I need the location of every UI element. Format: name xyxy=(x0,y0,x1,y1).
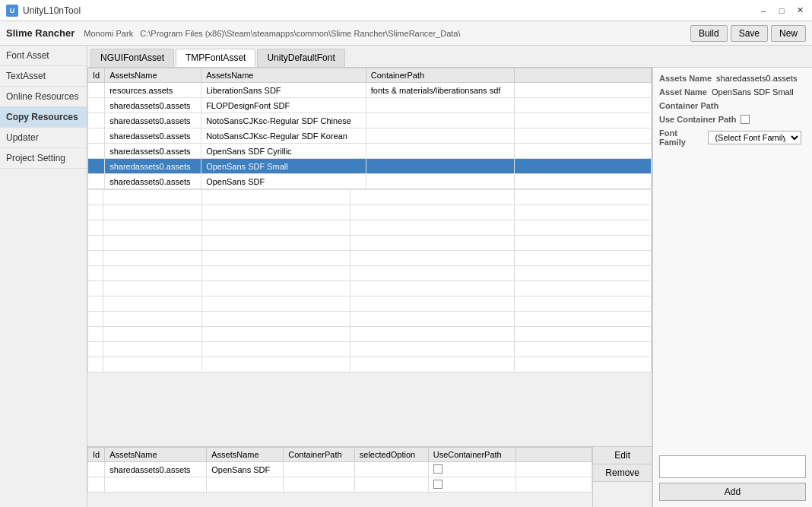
bt-checkbox[interactable] xyxy=(433,464,442,474)
tab-unitydefaultfont[interactable]: UnityDefaultFont xyxy=(257,49,344,67)
use-container-path-label: Use Container Path xyxy=(659,115,736,124)
asset-name-row: Asset Name OpenSans SDF Small xyxy=(659,87,806,97)
table-row[interactable]: sharedassets0.assets NotoSansCJKsc-Regul… xyxy=(88,113,652,128)
row-assets-name: sharedassets0.assets xyxy=(105,174,201,189)
tab-nguifontasset[interactable]: NGUIFontAsset xyxy=(90,49,174,67)
bt-row-container-path xyxy=(284,462,355,477)
bt-row-extra xyxy=(516,462,592,477)
row-container-path xyxy=(366,113,514,128)
sidebar: Font Asset TextAsset Online Resources Co… xyxy=(0,46,87,507)
btcol-selected-option: selectedOption xyxy=(354,448,428,462)
row-extra xyxy=(515,144,652,159)
container-path-row: Container Path xyxy=(659,101,806,110)
row-container-path xyxy=(366,159,514,174)
assets-name-value: sharedassets0.assets xyxy=(716,74,797,83)
build-button[interactable]: Build xyxy=(690,25,728,42)
row-extra xyxy=(515,113,652,128)
table-row[interactable]: sharedassets0.assets OpenSans SDF Cyrill… xyxy=(88,144,652,159)
row-id xyxy=(88,98,105,113)
row-container-path xyxy=(366,174,514,189)
sidebar-item-online-resources[interactable]: Online Resources xyxy=(0,87,87,107)
empty-rows-table xyxy=(87,189,652,372)
row-assets-name: sharedassets0.assets xyxy=(105,144,201,159)
empty-row xyxy=(88,205,652,220)
add-button[interactable]: Add xyxy=(659,483,806,501)
sidebar-item-updater[interactable]: Updater xyxy=(0,128,87,148)
remove-button[interactable]: Remove xyxy=(593,464,652,482)
maximize-button[interactable]: □ xyxy=(776,5,788,17)
col-id: Id xyxy=(88,68,105,83)
bt-row-assets-name: sharedassets0.assets xyxy=(105,462,207,477)
main-table: Id AssetsName AssetsName ContainerPath r… xyxy=(87,68,652,189)
assets-name-row: Assets Name sharedassets0.assets xyxy=(659,74,806,83)
bt-row-id xyxy=(88,462,105,477)
empty-row xyxy=(88,220,652,236)
table-row[interactable]: sharedassets0.assets NotoSansCJKsc-Regul… xyxy=(88,128,652,144)
right-panel-text-input[interactable] xyxy=(659,455,806,478)
table-container: Id AssetsName AssetsName ContainerPath r… xyxy=(87,68,812,507)
col-assets-name-1: AssetsName xyxy=(105,68,201,83)
row-id xyxy=(88,83,105,98)
row-extra xyxy=(515,174,652,189)
row-container-path xyxy=(366,128,514,144)
row-extra xyxy=(515,159,652,174)
row-container-path: fonts & materials/liberationsans sdf xyxy=(366,83,514,98)
bottom-table-container: Id AssetsName AssetsName ContainerPath s… xyxy=(87,447,592,507)
edit-button[interactable]: Edit xyxy=(593,447,652,464)
row-font-name: FLOPDesignFont SDF xyxy=(201,98,366,113)
sidebar-item-font-asset[interactable]: Font Asset xyxy=(0,46,87,66)
new-button[interactable]: New xyxy=(771,25,806,42)
row-id xyxy=(88,174,105,189)
tab-bar: NGUIFontAsset TMPFontAsset UnityDefaultF… xyxy=(87,46,812,68)
bt-row-selected-option xyxy=(354,462,428,477)
col-container-path: ContainerPath xyxy=(366,68,514,83)
row-assets-name: sharedassets0.assets xyxy=(105,113,201,128)
row-extra xyxy=(515,128,652,144)
row-id xyxy=(88,128,105,144)
empty-row xyxy=(88,251,652,266)
row-container-path xyxy=(366,144,514,159)
use-container-path-row: Use Container Path xyxy=(659,115,806,124)
main-layout: Font Asset TextAsset Online Resources Co… xyxy=(0,46,812,507)
btcol-id: Id xyxy=(88,448,105,462)
bt-empty-checkbox xyxy=(433,480,442,489)
row-font-name: OpenSans SDF xyxy=(201,174,366,189)
row-font-name: LiberationSans SDF xyxy=(201,83,366,98)
empty-bottom-row xyxy=(88,477,592,493)
bt-row-use-container-path xyxy=(428,462,516,477)
row-id xyxy=(88,159,105,174)
row-id xyxy=(88,144,105,159)
sidebar-item-project-setting[interactable]: Project Setting xyxy=(0,148,87,169)
btcol-assets-name2: AssetsName xyxy=(207,448,284,462)
table-row[interactable]: resources.assets LiberationSans SDF font… xyxy=(88,83,652,98)
empty-row xyxy=(88,266,652,281)
table-row[interactable]: sharedassets0.assets OpenSans SDF Small xyxy=(88,159,652,174)
table-row[interactable]: sharedassets0.assets OpenSans SDF xyxy=(88,174,652,189)
empty-row xyxy=(88,281,652,296)
tab-tmpfontasset[interactable]: TMPFontAsset xyxy=(176,49,255,67)
container-path-label: Container Path xyxy=(659,101,806,110)
project-path: Monomi Park C:\Program Files (x86)\Steam… xyxy=(84,29,681,38)
col-assets-name-2: AssetsName xyxy=(201,68,366,83)
close-button[interactable]: ✕ xyxy=(794,5,806,17)
row-assets-name: sharedassets0.assets xyxy=(105,98,201,113)
use-container-path-checkbox[interactable] xyxy=(741,115,750,124)
sidebar-item-text-asset[interactable]: TextAsset xyxy=(0,66,87,87)
minimize-button[interactable]: – xyxy=(757,5,769,17)
empty-row xyxy=(88,296,652,312)
empty-row xyxy=(88,236,652,251)
font-family-label: Font Family xyxy=(659,128,703,147)
app-icon: U xyxy=(6,5,18,17)
main-table-scroll[interactable]: Id AssetsName AssetsName ContainerPath r… xyxy=(87,68,652,446)
left-panel: Id AssetsName AssetsName ContainerPath r… xyxy=(87,68,652,507)
row-assets-name: resources.assets xyxy=(105,83,201,98)
table-row[interactable]: sharedassets0.assets FLOPDesignFont SDF xyxy=(88,98,652,113)
app-title: UnityL10nTool xyxy=(23,5,81,16)
font-family-select[interactable]: (Select Font Family) xyxy=(708,131,801,144)
sidebar-item-copy-resources[interactable]: Copy Resources xyxy=(0,107,87,128)
row-extra xyxy=(515,83,652,98)
empty-row xyxy=(88,327,652,342)
save-button[interactable]: Save xyxy=(731,25,768,42)
assets-name-label: Assets Name xyxy=(659,74,712,83)
bottom-table-row[interactable]: sharedassets0.assets OpenSans SDF xyxy=(88,462,592,477)
